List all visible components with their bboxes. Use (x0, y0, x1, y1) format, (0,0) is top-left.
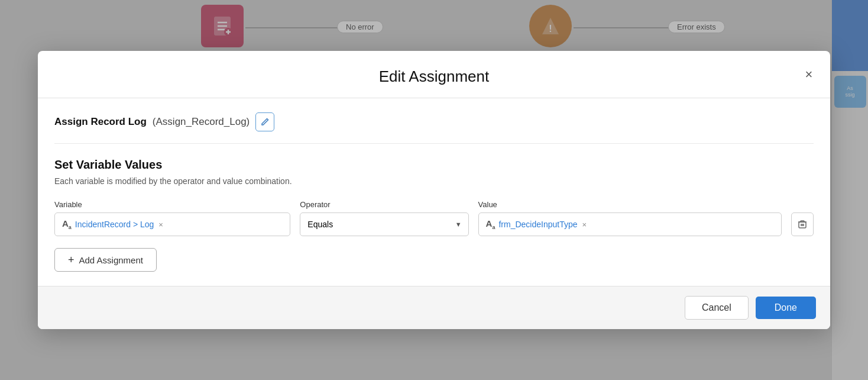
add-icon: + (68, 255, 75, 265)
done-button[interactable]: Done (756, 297, 816, 319)
variable-type-icon: Aa (62, 218, 72, 230)
edit-name-button[interactable] (255, 112, 274, 131)
modal-footer: Cancel Done (38, 286, 830, 329)
variable-column: Variable Aa IncidentRecord > Log × (54, 200, 290, 236)
operator-select[interactable]: Equals Not Equals Contains Does Not Cont… (300, 212, 468, 236)
variable-input[interactable]: Aa IncidentRecord > Log × (54, 212, 290, 236)
value-column: Value Aa frm_DecideInputType × (478, 200, 782, 236)
close-button[interactable]: × (799, 65, 818, 84)
assignment-name-api: (Assign_Record_Log) (153, 116, 250, 128)
operator-column: Operator Equals Not Equals Contains Does… (300, 200, 468, 236)
operator-select-wrapper: Equals Not Equals Contains Does Not Cont… (300, 212, 468, 236)
variable-chip-text: IncidentRecord > Log (75, 220, 154, 229)
modal-body: Assign Record Log (Assign_Record_Log) Se… (38, 98, 830, 286)
cancel-button[interactable]: Cancel (685, 296, 749, 320)
operator-label: Operator (300, 200, 468, 209)
section-title: Set Variable Values (54, 158, 814, 172)
variable-label: Variable (54, 200, 290, 209)
modal-overlay: Edit Assignment × Assign Record Log (Ass… (0, 0, 868, 380)
assignment-name-bold: Assign Record Log (54, 116, 147, 128)
assignment-name-row: Assign Record Log (Assign_Record_Log) (54, 112, 814, 144)
value-type-icon: Aa (486, 218, 495, 230)
modal-title: Edit Assignment (52, 67, 816, 86)
field-row: Variable Aa IncidentRecord > Log × Opera… (54, 200, 814, 236)
value-chip-clear[interactable]: × (582, 220, 587, 229)
modal-header: Edit Assignment × (38, 51, 830, 98)
value-label: Value (478, 200, 782, 209)
add-assignment-button[interactable]: + Add Assignment (54, 248, 157, 272)
add-assignment-label: Add Assignment (79, 255, 143, 265)
variable-chip-clear[interactable]: × (158, 220, 163, 229)
modal-dialog: Edit Assignment × Assign Record Log (Ass… (38, 51, 830, 329)
delete-row-button[interactable] (791, 212, 814, 236)
value-chip-text: frm_DecideInputType (498, 220, 577, 229)
section-desc: Each variable is modified by the operato… (54, 176, 814, 186)
value-input[interactable]: Aa frm_DecideInputType × (478, 212, 782, 236)
